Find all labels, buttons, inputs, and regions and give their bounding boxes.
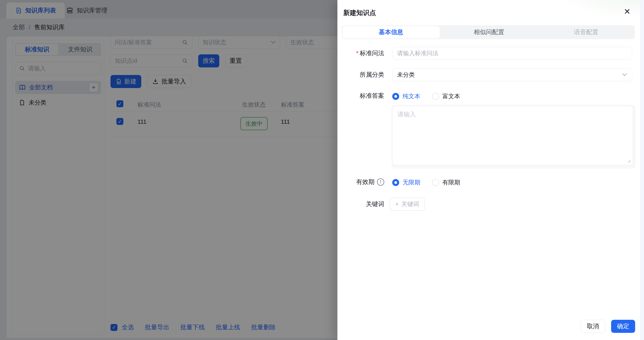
- radio-plain-text[interactable]: 纯文本: [392, 92, 420, 100]
- required-asterisk: *: [356, 50, 358, 56]
- radio-selected-icon: [392, 93, 399, 100]
- radio-rich-text[interactable]: 富文本: [432, 92, 460, 100]
- answer-field-row: 标准答案: [338, 92, 644, 100]
- info-icon[interactable]: !: [377, 178, 384, 186]
- tab-similar-question-config[interactable]: 相似问配置: [440, 25, 538, 39]
- validity-field-row: 有效期 !: [338, 178, 644, 186]
- create-knowledge-drawer: 新建知识点 ✕ 基本信息 相似问配置 语音配置 *标准问法 请输入标准问法 所属…: [338, 0, 644, 340]
- tab-basic-info[interactable]: 基本信息: [342, 26, 440, 38]
- add-keyword-button[interactable]: + 关键词: [390, 198, 425, 211]
- drawer-tabs: 基本信息 相似问配置 语音配置: [342, 25, 635, 39]
- validity-label: 有效期 !: [338, 178, 384, 186]
- answer-editor-panel: 请输入: [392, 105, 636, 169]
- drawer-scrollbar-track[interactable]: [640, 0, 644, 340]
- screen: 知识库列表 知识库管理 全部 / 售前知识库 标准知识 文件知识 请输入 全部文…: [0, 0, 644, 340]
- question-label: *标准问法: [338, 49, 384, 57]
- radio-limited[interactable]: 有限期: [432, 178, 460, 186]
- keyword-field-row: 关键词: [338, 198, 644, 211]
- validity-radio-group: 无限期 有限期: [392, 178, 460, 186]
- answer-textarea[interactable]: 请输入: [392, 106, 633, 165]
- drawer-title: 新建知识点: [343, 8, 376, 17]
- answer-label: 标准答案: [338, 92, 384, 100]
- drawer-footer: 取消 确定: [581, 320, 635, 333]
- resize-handle-icon[interactable]: [627, 159, 631, 163]
- radio-unselected-icon: [432, 179, 439, 186]
- chevron-down-icon: [622, 73, 627, 76]
- radio-selected-icon: [392, 179, 399, 186]
- answer-type-radio-group: 纯文本 富文本: [392, 92, 460, 100]
- question-input[interactable]: 请输入标准问法: [392, 47, 632, 60]
- category-label: 所属分类: [338, 70, 384, 79]
- tab-voice-config[interactable]: 语音配置: [538, 25, 635, 39]
- plus-icon: +: [396, 201, 399, 208]
- radio-unlimited[interactable]: 无限期: [392, 178, 420, 186]
- close-icon[interactable]: ✕: [624, 7, 630, 15]
- cancel-button[interactable]: 取消: [581, 320, 605, 333]
- add-keyword-label: 关键词: [401, 200, 419, 208]
- radio-unselected-icon: [432, 93, 439, 100]
- category-value: 未分类: [397, 71, 415, 79]
- question-placeholder: 请输入标准问法: [397, 49, 438, 57]
- keyword-label: 关键词: [338, 200, 384, 208]
- category-select[interactable]: 未分类: [392, 68, 632, 81]
- confirm-button[interactable]: 确定: [611, 320, 635, 333]
- answer-placeholder: 请输入: [398, 111, 416, 118]
